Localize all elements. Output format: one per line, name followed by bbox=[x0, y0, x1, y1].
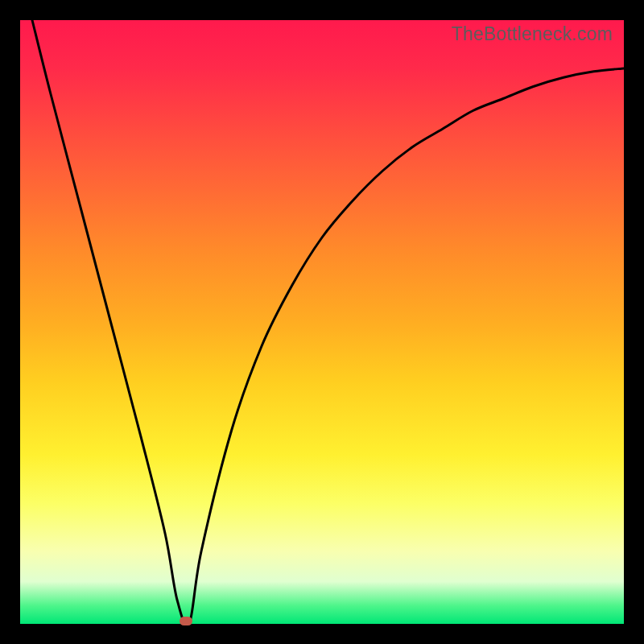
minimum-marker bbox=[180, 617, 192, 625]
plot-area: TheBottleneck.com bbox=[20, 20, 624, 624]
bottleneck-curve bbox=[20, 20, 624, 624]
